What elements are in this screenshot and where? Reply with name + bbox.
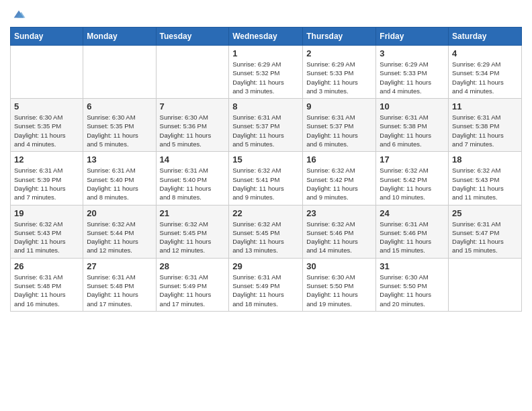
day-info: Sunrise: 6:31 AM Sunset: 5:48 PM Dayligh… bbox=[87, 273, 152, 308]
day-cell: 9Sunrise: 6:31 AM Sunset: 5:37 PM Daylig… bbox=[303, 99, 376, 152]
day-cell: 7Sunrise: 6:30 AM Sunset: 5:36 PM Daylig… bbox=[156, 99, 229, 152]
logo-icon bbox=[11, 7, 26, 21]
day-number: 23 bbox=[306, 208, 372, 218]
day-number: 26 bbox=[14, 261, 79, 271]
day-cell bbox=[156, 46, 229, 99]
week-row-1: 1Sunrise: 6:29 AM Sunset: 5:32 PM Daylig… bbox=[11, 46, 522, 99]
day-number: 5 bbox=[14, 101, 79, 111]
day-cell: 25Sunrise: 6:31 AM Sunset: 5:47 PM Dayli… bbox=[449, 205, 522, 258]
day-info: Sunrise: 6:32 AM Sunset: 5:42 PM Dayligh… bbox=[380, 166, 445, 201]
day-cell: 8Sunrise: 6:31 AM Sunset: 5:37 PM Daylig… bbox=[229, 99, 303, 152]
day-cell: 26Sunrise: 6:31 AM Sunset: 5:48 PM Dayli… bbox=[11, 258, 83, 311]
day-number: 13 bbox=[87, 154, 152, 165]
day-cell: 29Sunrise: 6:31 AM Sunset: 5:49 PM Dayli… bbox=[229, 258, 303, 311]
day-number: 27 bbox=[87, 261, 152, 271]
day-number: 8 bbox=[232, 101, 299, 111]
day-number: 31 bbox=[380, 261, 445, 271]
day-cell: 11Sunrise: 6:31 AM Sunset: 5:38 PM Dayli… bbox=[449, 99, 522, 152]
day-number: 21 bbox=[160, 208, 226, 218]
day-info: Sunrise: 6:31 AM Sunset: 5:39 PM Dayligh… bbox=[14, 166, 79, 201]
day-info: Sunrise: 6:29 AM Sunset: 5:33 PM Dayligh… bbox=[380, 60, 445, 95]
weekday-header-saturday: Saturday bbox=[449, 28, 522, 46]
day-info: Sunrise: 6:31 AM Sunset: 5:38 PM Dayligh… bbox=[380, 113, 445, 148]
weekday-header-thursday: Thursday bbox=[303, 28, 376, 46]
day-info: Sunrise: 6:32 AM Sunset: 5:44 PM Dayligh… bbox=[87, 220, 152, 255]
day-cell: 3Sunrise: 6:29 AM Sunset: 5:33 PM Daylig… bbox=[376, 46, 449, 99]
day-number: 10 bbox=[380, 101, 445, 111]
day-info: Sunrise: 6:31 AM Sunset: 5:47 PM Dayligh… bbox=[452, 220, 518, 255]
day-info: Sunrise: 6:29 AM Sunset: 5:33 PM Dayligh… bbox=[306, 60, 372, 95]
day-number: 4 bbox=[452, 48, 518, 58]
day-info: Sunrise: 6:32 AM Sunset: 5:43 PM Dayligh… bbox=[452, 166, 518, 201]
day-cell: 14Sunrise: 6:31 AM Sunset: 5:40 PM Dayli… bbox=[156, 152, 229, 205]
day-cell: 12Sunrise: 6:31 AM Sunset: 5:39 PM Dayli… bbox=[11, 152, 83, 205]
day-info: Sunrise: 6:31 AM Sunset: 5:38 PM Dayligh… bbox=[452, 113, 518, 148]
day-info: Sunrise: 6:29 AM Sunset: 5:32 PM Dayligh… bbox=[232, 60, 299, 95]
day-number: 6 bbox=[87, 101, 152, 111]
day-number: 3 bbox=[380, 48, 445, 58]
day-number: 19 bbox=[14, 208, 79, 218]
day-info: Sunrise: 6:31 AM Sunset: 5:49 PM Dayligh… bbox=[232, 273, 299, 308]
day-cell: 10Sunrise: 6:31 AM Sunset: 5:38 PM Dayli… bbox=[376, 99, 449, 152]
day-number: 25 bbox=[452, 208, 518, 218]
day-number: 14 bbox=[160, 154, 226, 165]
day-info: Sunrise: 6:30 AM Sunset: 5:36 PM Dayligh… bbox=[160, 113, 226, 148]
day-number: 30 bbox=[306, 261, 372, 271]
day-number: 16 bbox=[306, 154, 372, 165]
day-number: 7 bbox=[160, 101, 226, 111]
day-info: Sunrise: 6:31 AM Sunset: 5:37 PM Dayligh… bbox=[232, 113, 299, 148]
day-number: 2 bbox=[306, 48, 372, 58]
day-cell: 31Sunrise: 6:30 AM Sunset: 5:50 PM Dayli… bbox=[376, 258, 449, 311]
calendar-table: SundayMondayTuesdayWednesdayThursdayFrid… bbox=[10, 27, 522, 312]
day-info: Sunrise: 6:32 AM Sunset: 5:42 PM Dayligh… bbox=[306, 166, 372, 201]
day-number: 12 bbox=[14, 154, 79, 165]
day-info: Sunrise: 6:32 AM Sunset: 5:46 PM Dayligh… bbox=[306, 220, 372, 255]
day-number: 18 bbox=[452, 154, 518, 165]
day-cell: 24Sunrise: 6:31 AM Sunset: 5:46 PM Dayli… bbox=[376, 205, 449, 258]
day-cell bbox=[449, 258, 522, 311]
week-row-2: 5Sunrise: 6:30 AM Sunset: 5:35 PM Daylig… bbox=[11, 99, 522, 152]
weekday-header-wednesday: Wednesday bbox=[229, 28, 303, 46]
day-cell: 1Sunrise: 6:29 AM Sunset: 5:32 PM Daylig… bbox=[229, 46, 303, 99]
day-cell: 16Sunrise: 6:32 AM Sunset: 5:42 PM Dayli… bbox=[303, 152, 376, 205]
day-cell: 21Sunrise: 6:32 AM Sunset: 5:45 PM Dayli… bbox=[156, 205, 229, 258]
day-cell: 19Sunrise: 6:32 AM Sunset: 5:43 PM Dayli… bbox=[11, 205, 83, 258]
day-info: Sunrise: 6:31 AM Sunset: 5:40 PM Dayligh… bbox=[160, 166, 226, 201]
logo bbox=[10, 7, 26, 21]
day-number: 29 bbox=[232, 261, 299, 271]
week-row-4: 19Sunrise: 6:32 AM Sunset: 5:43 PM Dayli… bbox=[11, 205, 522, 258]
day-number: 15 bbox=[232, 154, 299, 165]
day-info: Sunrise: 6:31 AM Sunset: 5:37 PM Dayligh… bbox=[306, 113, 372, 148]
day-number: 11 bbox=[452, 101, 518, 111]
day-cell: 18Sunrise: 6:32 AM Sunset: 5:43 PM Dayli… bbox=[449, 152, 522, 205]
day-cell: 20Sunrise: 6:32 AM Sunset: 5:44 PM Dayli… bbox=[83, 205, 156, 258]
day-cell bbox=[11, 46, 83, 99]
day-cell: 4Sunrise: 6:29 AM Sunset: 5:34 PM Daylig… bbox=[449, 46, 522, 99]
day-cell: 28Sunrise: 6:31 AM Sunset: 5:49 PM Dayli… bbox=[156, 258, 229, 311]
day-info: Sunrise: 6:32 AM Sunset: 5:45 PM Dayligh… bbox=[160, 220, 226, 255]
day-cell: 27Sunrise: 6:31 AM Sunset: 5:48 PM Dayli… bbox=[83, 258, 156, 311]
day-cell: 17Sunrise: 6:32 AM Sunset: 5:42 PM Dayli… bbox=[376, 152, 449, 205]
day-info: Sunrise: 6:30 AM Sunset: 5:35 PM Dayligh… bbox=[14, 113, 79, 148]
day-info: Sunrise: 6:30 AM Sunset: 5:35 PM Dayligh… bbox=[87, 113, 152, 148]
day-info: Sunrise: 6:29 AM Sunset: 5:34 PM Dayligh… bbox=[452, 60, 518, 95]
day-info: Sunrise: 6:31 AM Sunset: 5:48 PM Dayligh… bbox=[14, 273, 79, 308]
weekday-header-row: SundayMondayTuesdayWednesdayThursdayFrid… bbox=[11, 28, 522, 46]
day-info: Sunrise: 6:32 AM Sunset: 5:45 PM Dayligh… bbox=[232, 220, 299, 255]
day-number: 28 bbox=[160, 261, 226, 271]
weekday-header-sunday: Sunday bbox=[11, 28, 83, 46]
day-number: 22 bbox=[232, 208, 299, 218]
day-number: 1 bbox=[232, 48, 299, 58]
header bbox=[10, 7, 522, 21]
day-cell: 22Sunrise: 6:32 AM Sunset: 5:45 PM Dayli… bbox=[229, 205, 303, 258]
day-number: 17 bbox=[380, 154, 445, 165]
day-cell bbox=[83, 46, 156, 99]
day-number: 24 bbox=[380, 208, 445, 218]
day-cell: 15Sunrise: 6:32 AM Sunset: 5:41 PM Dayli… bbox=[229, 152, 303, 205]
day-cell: 23Sunrise: 6:32 AM Sunset: 5:46 PM Dayli… bbox=[303, 205, 376, 258]
weekday-header-monday: Monday bbox=[83, 28, 156, 46]
day-cell: 5Sunrise: 6:30 AM Sunset: 5:35 PM Daylig… bbox=[11, 99, 83, 152]
day-cell: 2Sunrise: 6:29 AM Sunset: 5:33 PM Daylig… bbox=[303, 46, 376, 99]
week-row-5: 26Sunrise: 6:31 AM Sunset: 5:48 PM Dayli… bbox=[11, 258, 522, 311]
weekday-header-friday: Friday bbox=[376, 28, 449, 46]
